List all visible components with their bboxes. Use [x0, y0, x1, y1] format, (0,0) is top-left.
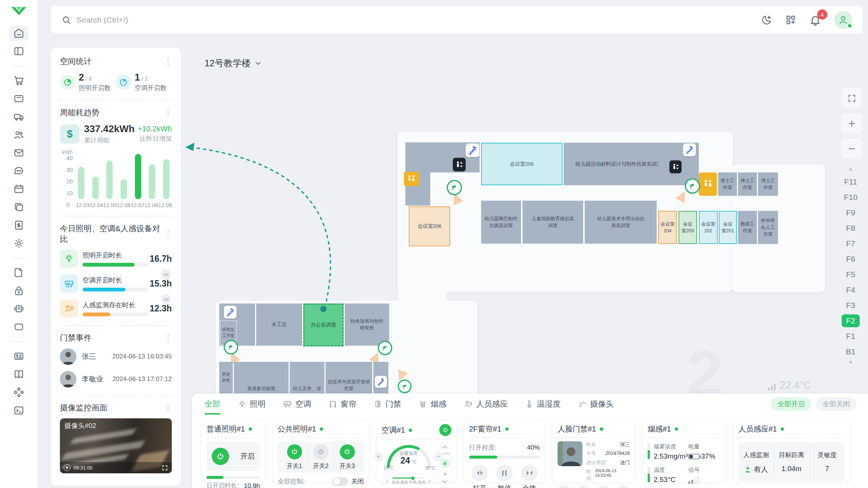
sidebar-item-invoice[interactable]	[9, 217, 29, 233]
zoom-in-button[interactable]	[841, 113, 862, 134]
heat-mode-sun-icon[interactable]: ☀	[443, 471, 448, 477]
expand-icon[interactable]	[162, 465, 168, 471]
floor-item[interactable]: F3	[842, 297, 860, 313]
kebab-menu-icon[interactable]: ⋮	[164, 59, 172, 63]
room[interactable]: 会议室206	[409, 206, 450, 246]
fullscreen-button[interactable]	[841, 88, 862, 109]
sidebar-item-users[interactable]	[9, 127, 29, 143]
search-input[interactable]	[76, 15, 265, 24]
switch-1-button[interactable]	[287, 444, 302, 459]
floor-item-active[interactable]: F2	[842, 314, 860, 327]
floor-item[interactable]: F5	[842, 267, 860, 282]
kebab-menu-icon[interactable]: ⋮	[164, 406, 172, 410]
tab-temp-humidity[interactable]: 温湿度	[525, 393, 561, 415]
floor-item[interactable]: F6	[842, 251, 860, 267]
temp-decrease-button[interactable]: −	[434, 452, 444, 462]
room[interactable]: 息技术与资源开发研究室	[326, 362, 372, 393]
sidebar-item-nodes[interactable]	[9, 384, 29, 400]
user-avatar[interactable]	[834, 11, 852, 29]
kebab-menu-icon[interactable]: ⋮	[164, 232, 172, 236]
sidebar-item-card[interactable]	[9, 91, 29, 107]
fan-speed-slider[interactable]: 自动 低风 中风 高风	[382, 474, 436, 488]
chevron-down-icon[interactable]	[442, 480, 448, 483]
tab-all[interactable]: 全部	[205, 393, 220, 415]
camera-marker[interactable]	[398, 380, 411, 393]
sidebar-item-layout[interactable]	[9, 43, 29, 59]
room[interactable]: 幼儿园美术专用活动仿真实训室	[585, 201, 657, 244]
chevron-up-icon[interactable]	[442, 445, 448, 449]
always-closed-button[interactable]: 常闭	[617, 485, 630, 488]
room[interactable]: 会议室203	[679, 211, 697, 244]
sidebar-item-copy[interactable]	[9, 199, 29, 215]
camera-marker[interactable]	[378, 341, 392, 355]
curtain-close-button[interactable]: 合拢	[521, 465, 538, 488]
tab-ac[interactable]: 空调	[283, 393, 311, 415]
sidebar-item-file[interactable]	[9, 265, 29, 281]
room[interactable]: 儿童戏剧教育模拟实训室	[523, 201, 583, 244]
floor-item[interactable]: F4	[842, 282, 860, 297]
all-off-button[interactable]: 全部关闭	[816, 397, 857, 411]
room[interactable]: 幼儿文学、传	[290, 362, 324, 393]
dark-mode-icon[interactable]	[761, 14, 772, 26]
room[interactable]: 会议室202	[699, 211, 718, 244]
power-button[interactable]	[212, 448, 229, 465]
camera-preview[interactable]: 摄像头#02 09:31:00	[60, 418, 172, 473]
floor-selector[interactable]: ▲ F11 F10 F9 F8 F7 F6 F5 F4 F3 F2 F1 B1 …	[841, 166, 860, 368]
sidebar-item-mail[interactable]	[9, 145, 29, 161]
kebab-menu-icon[interactable]: ⋮	[164, 336, 172, 340]
temp-increase-button[interactable]: +	[374, 452, 384, 462]
app-sidebar[interactable]	[0, 0, 38, 488]
curtain-pause-button[interactable]: 暂停	[496, 465, 513, 488]
floor-item[interactable]: F8	[842, 220, 860, 236]
sidebar-item-frame[interactable]	[9, 319, 29, 335]
sidebar-item-book[interactable]	[9, 366, 29, 382]
sidebar-item-cart[interactable]	[9, 73, 29, 88]
camera-marker[interactable]	[447, 180, 462, 195]
floor-item[interactable]: F1	[842, 328, 860, 344]
access-event-row[interactable]: 李敬业 2024-06-13 17:07:12	[60, 371, 172, 387]
room[interactable]: 博士工作室	[718, 172, 737, 196]
apps-grid-icon[interactable]	[785, 14, 796, 26]
room[interactable]: 表演多功能室	[234, 362, 289, 393]
play-icon[interactable]	[64, 464, 70, 471]
room[interactable]: 学科带头人工作室	[758, 211, 778, 244]
switch-3-button[interactable]	[340, 444, 355, 459]
room[interactable]: 幼儿园陶艺制作仿真实训室	[481, 201, 521, 244]
switch-2-button[interactable]	[313, 444, 329, 459]
room[interactable]: 男更衣室	[219, 362, 233, 393]
door-open-button[interactable]: 门开	[558, 485, 570, 488]
kebab-menu-icon[interactable]: ⋮	[164, 111, 172, 114]
all-on-button[interactable]: 全部开启	[771, 397, 811, 411]
building-selector[interactable]: 12号教学楼	[205, 57, 261, 69]
floor-item[interactable]: F11	[842, 174, 860, 189]
sidebar-item-terminal[interactable]	[9, 403, 29, 418]
sidebar-item-calendar[interactable]	[9, 181, 29, 197]
camera-marker[interactable]	[224, 340, 238, 354]
ac-power-button[interactable]	[439, 424, 451, 436]
bell-icon[interactable]: 4	[809, 14, 821, 26]
room[interactable]: 会议室201	[719, 211, 737, 244]
zoom-out-button[interactable]	[841, 138, 862, 159]
door-close-button[interactable]: 门关	[578, 485, 590, 488]
sidebar-item-truck[interactable]	[9, 109, 29, 125]
floor-scroll-up[interactable]: ▲	[848, 166, 853, 174]
room[interactable]: 会议室204	[658, 211, 677, 244]
room[interactable]: 幼儿园活动材料设计与制作仿真实训室	[564, 143, 674, 185]
sidebar-item-lock[interactable]	[9, 283, 29, 299]
sidebar-item-settings[interactable]	[9, 235, 29, 251]
sidebar-item-chat[interactable]	[9, 163, 29, 179]
tab-curtain[interactable]: 窗帘	[329, 393, 356, 415]
floor-item[interactable]: F10	[842, 189, 860, 205]
tab-camera[interactable]: 摄像头	[578, 393, 614, 415]
room[interactable]: 特色游戏与创作研究所	[345, 303, 389, 346]
room[interactable]: 木工坊	[256, 303, 302, 346]
access-event-row[interactable]: 张三 2024-06-13 16:03:45	[60, 348, 172, 365]
tab-smoke[interactable]: 烟感	[419, 393, 446, 415]
sidebar-item-id-card[interactable]	[9, 348, 29, 364]
camera-marker[interactable]	[685, 178, 700, 194]
sidebar-item-reader[interactable]	[9, 301, 29, 317]
tab-lighting[interactable]: 照明	[238, 393, 266, 415]
room[interactable]: 会议室205	[481, 143, 562, 185]
all-control-toggle[interactable]	[332, 477, 348, 486]
room[interactable]: 博士工作室	[758, 172, 778, 196]
